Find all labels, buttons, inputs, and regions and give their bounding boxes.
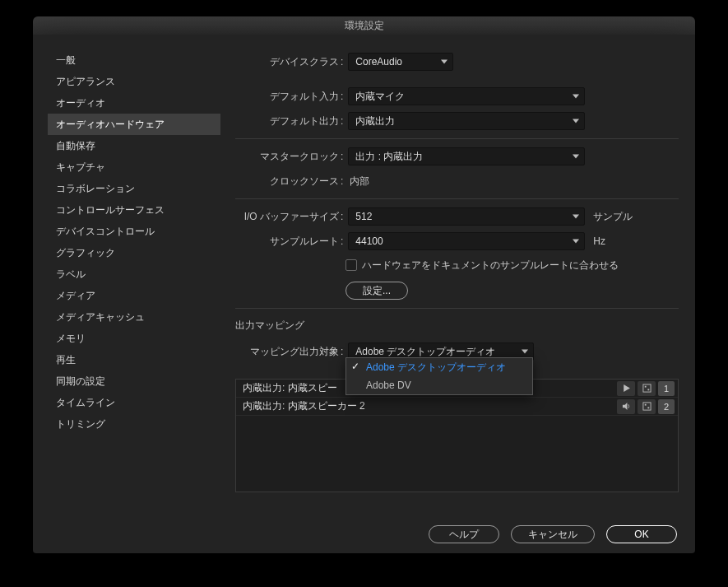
map-icon[interactable] (638, 381, 656, 396)
sidebar-item[interactable]: デバイスコントロール (48, 221, 220, 242)
io-buffer-select[interactable]: 512 (348, 207, 585, 226)
default-input-value: 内蔵マイク (355, 90, 405, 104)
sidebar-item[interactable]: アピアランス (48, 71, 220, 92)
svg-rect-2 (644, 386, 646, 388)
output-mapping-title: 出力マッピング (235, 319, 679, 333)
sidebar-item[interactable]: コラボレーション (48, 178, 220, 199)
label-sample-rate: サンプルレート (235, 235, 339, 249)
sidebar-item[interactable]: メモリ (48, 328, 220, 349)
sidebar-item[interactable]: グラフィック (48, 242, 220, 263)
main-panel: デバイスクラス : CoreAudio デフォルト入力 : 内蔵マイク (220, 49, 695, 515)
label-default-output: デフォルト出力 (235, 114, 339, 128)
divider (235, 198, 679, 199)
svg-rect-1 (642, 384, 650, 392)
master-clock-select[interactable]: 出力 : 内蔵出力 (348, 147, 585, 165)
chevron-down-icon (522, 350, 528, 354)
label-io-buffer: I/O バッファーサイズ (235, 210, 339, 224)
map-icon[interactable] (638, 399, 656, 414)
sidebar-item[interactable]: タイムライン (48, 392, 220, 413)
map-output-value: Adobe デスクトップオーディオ (355, 345, 495, 359)
dropdown-item[interactable]: Adobe DV (346, 376, 532, 394)
sidebar-item[interactable]: オーディオ (48, 92, 220, 114)
sidebar-item[interactable]: オーディオハードウェア (48, 114, 220, 135)
sidebar-item[interactable]: 一般 (48, 49, 220, 71)
svg-marker-0 (624, 384, 630, 392)
channel-number: 2 (658, 399, 675, 414)
match-hw-label: ハードウェアをドキュメントのサンプルレートに合わせる (362, 259, 619, 273)
sample-rate-select[interactable]: 44100 (348, 232, 585, 250)
dropdown-item[interactable]: ✓Adobe デスクトップオーディオ (346, 358, 532, 376)
sample-rate-value: 44100 (355, 235, 383, 247)
sidebar-item[interactable]: メディア (48, 285, 220, 306)
sample-rate-suffix: Hz (593, 235, 605, 247)
preferences-window: 環境設定 一般アピアランスオーディオオーディオハードウェア自動保存キャプチャコラ… (0, 0, 728, 587)
sidebar: 一般アピアランスオーディオオーディオハードウェア自動保存キャプチャコラボレーショ… (48, 49, 220, 515)
cancel-button[interactable]: キャンセル (511, 525, 595, 543)
sidebar-item[interactable]: メディアキャッシュ (48, 306, 220, 328)
svg-rect-7 (647, 407, 649, 408)
map-output-dropdown: ✓Adobe デスクトップオーディオAdobe DV (345, 357, 533, 395)
channel-number: 1 (658, 381, 675, 396)
chevron-down-icon (441, 60, 447, 64)
titlebar: 環境設定 (33, 16, 695, 35)
sidebar-item[interactable]: 再生 (48, 349, 220, 370)
clock-source-value: 内部 (348, 175, 369, 189)
master-clock-value: 出力 : 内蔵出力 (355, 150, 423, 164)
chevron-down-icon (573, 215, 579, 219)
match-hw-checkbox[interactable] (345, 259, 357, 271)
footer: ヘルプ キャンセル OK (33, 515, 695, 553)
divider (235, 308, 679, 309)
default-output-value: 内蔵出力 (355, 114, 395, 128)
label-default-input: デフォルト入力 (235, 90, 339, 104)
svg-rect-6 (644, 404, 646, 406)
output-list: 内蔵出力: 内蔵スピー1内蔵出力: 内蔵スピーカー 22 (235, 379, 679, 492)
label-device-class: デバイスクラス (235, 55, 339, 69)
ok-button[interactable]: OK (606, 525, 677, 543)
dialog-body: 一般アピアランスオーディオオーディオハードウェア自動保存キャプチャコラボレーショ… (33, 35, 695, 515)
output-row[interactable]: 内蔵出力: 内蔵スピーカー 22 (236, 398, 678, 416)
svg-rect-3 (647, 389, 649, 390)
default-input-select[interactable]: 内蔵マイク (348, 87, 585, 105)
device-class-value: CoreAudio (355, 56, 402, 68)
sidebar-item[interactable]: ラベル (48, 263, 220, 285)
chevron-down-icon (573, 155, 579, 159)
settings-button[interactable]: 設定... (345, 282, 408, 300)
play-icon[interactable] (617, 381, 635, 396)
sidebar-item[interactable]: トリミング (48, 413, 220, 435)
svg-rect-5 (642, 403, 650, 410)
divider (235, 138, 679, 139)
sidebar-item[interactable]: コントロールサーフェス (48, 199, 220, 221)
device-class-select[interactable]: CoreAudio (348, 53, 453, 71)
svg-marker-4 (622, 403, 627, 410)
colon: : (339, 56, 348, 68)
io-buffer-value: 512 (355, 211, 372, 222)
label-master-clock: マスタークロック (235, 150, 339, 164)
chevron-down-icon (573, 240, 579, 244)
io-buffer-suffix: サンプル (593, 210, 633, 224)
help-button[interactable]: ヘルプ (429, 525, 499, 543)
sidebar-item[interactable]: 同期の設定 (48, 370, 220, 392)
dialog: 一般アピアランスオーディオオーディオハードウェア自動保存キャプチャコラボレーショ… (33, 35, 695, 553)
chevron-down-icon (573, 119, 579, 123)
chevron-down-icon (573, 95, 579, 99)
check-icon: ✓ (351, 361, 359, 372)
label-clock-source: クロックソース (235, 175, 339, 189)
default-output-select[interactable]: 内蔵出力 (348, 112, 585, 130)
window-title: 環境設定 (345, 19, 384, 33)
speaker-icon[interactable] (617, 399, 635, 414)
sidebar-item[interactable]: キャプチャ (48, 156, 220, 178)
label-map-output: マッピング出力対象 (235, 345, 339, 359)
sidebar-item[interactable]: 自動保存 (48, 135, 220, 156)
